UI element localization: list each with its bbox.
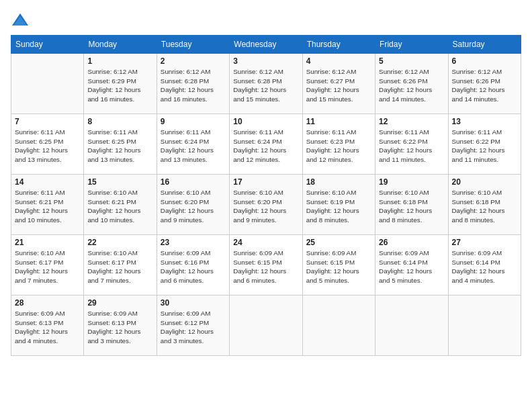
calendar-cell: 7Sunrise: 6:11 AMSunset: 6:25 PMDaylight… xyxy=(11,114,84,175)
day-number: 16 xyxy=(161,177,226,187)
day-number: 21 xyxy=(15,238,80,247)
day-number: 17 xyxy=(233,177,298,187)
calendar-cell: 22Sunrise: 6:10 AMSunset: 6:17 PMDayligh… xyxy=(84,235,157,295)
calendar-cell: 13Sunrise: 6:11 AMSunset: 6:22 PMDayligh… xyxy=(448,114,521,175)
day-info: Sunrise: 6:11 AMSunset: 6:24 PMDaylight:… xyxy=(161,128,226,165)
day-number: 22 xyxy=(87,238,152,247)
day-info: Sunrise: 6:09 AMSunset: 6:13 PMDaylight:… xyxy=(15,309,80,346)
calendar-cell: 19Sunrise: 6:10 AMSunset: 6:18 PMDayligh… xyxy=(375,175,448,235)
day-number: 29 xyxy=(87,298,152,308)
calendar-cell: 25Sunrise: 6:09 AMSunset: 6:15 PMDayligh… xyxy=(302,235,375,295)
weekday-header: Thursday xyxy=(302,36,375,54)
day-number: 6 xyxy=(452,56,517,66)
calendar-cell xyxy=(230,295,302,356)
calendar-cell: 10Sunrise: 6:11 AMSunset: 6:24 PMDayligh… xyxy=(230,114,302,175)
calendar-header-row: SundayMondayTuesdayWednesdayThursdayFrid… xyxy=(11,36,521,54)
calendar-cell: 3Sunrise: 6:12 AMSunset: 6:28 PMDaylight… xyxy=(230,54,302,114)
weekday-header: Saturday xyxy=(448,36,521,54)
calendar-cell: 12Sunrise: 6:11 AMSunset: 6:22 PMDayligh… xyxy=(375,114,448,175)
day-info: Sunrise: 6:12 AMSunset: 6:27 PMDaylight:… xyxy=(306,67,371,104)
calendar-cell: 16Sunrise: 6:10 AMSunset: 6:20 PMDayligh… xyxy=(157,175,229,235)
day-number: 26 xyxy=(379,238,444,247)
calendar-cell: 30Sunrise: 6:09 AMSunset: 6:12 PMDayligh… xyxy=(157,295,229,356)
day-number: 2 xyxy=(161,56,226,66)
calendar-cell: 20Sunrise: 6:10 AMSunset: 6:18 PMDayligh… xyxy=(448,175,521,235)
calendar-cell: 28Sunrise: 6:09 AMSunset: 6:13 PMDayligh… xyxy=(11,295,84,356)
calendar-week-row: 1Sunrise: 6:12 AMSunset: 6:29 PMDaylight… xyxy=(11,54,521,114)
calendar-week-row: 7Sunrise: 6:11 AMSunset: 6:25 PMDaylight… xyxy=(11,114,521,175)
weekday-header: Sunday xyxy=(11,36,84,54)
weekday-header: Wednesday xyxy=(230,36,302,54)
day-number: 1 xyxy=(87,56,152,66)
day-number: 15 xyxy=(87,177,152,187)
day-info: Sunrise: 6:10 AMSunset: 6:19 PMDaylight:… xyxy=(306,188,371,225)
day-info: Sunrise: 6:10 AMSunset: 6:17 PMDaylight:… xyxy=(15,248,80,285)
calendar-cell xyxy=(448,295,521,356)
day-number: 25 xyxy=(306,238,371,247)
day-info: Sunrise: 6:10 AMSunset: 6:20 PMDaylight:… xyxy=(233,188,298,225)
day-info: Sunrise: 6:11 AMSunset: 6:22 PMDaylight:… xyxy=(379,128,444,165)
calendar-cell: 6Sunrise: 6:12 AMSunset: 6:26 PMDaylight… xyxy=(448,54,521,114)
day-info: Sunrise: 6:12 AMSunset: 6:28 PMDaylight:… xyxy=(161,67,226,104)
day-info: Sunrise: 6:11 AMSunset: 6:25 PMDaylight:… xyxy=(15,128,80,165)
day-info: Sunrise: 6:10 AMSunset: 6:21 PMDaylight:… xyxy=(87,188,152,225)
day-number: 9 xyxy=(161,117,226,126)
day-info: Sunrise: 6:09 AMSunset: 6:14 PMDaylight:… xyxy=(379,248,444,285)
day-number: 23 xyxy=(161,238,226,247)
day-info: Sunrise: 6:10 AMSunset: 6:20 PMDaylight:… xyxy=(161,188,226,225)
day-info: Sunrise: 6:10 AMSunset: 6:18 PMDaylight:… xyxy=(452,188,517,225)
day-info: Sunrise: 6:10 AMSunset: 6:17 PMDaylight:… xyxy=(87,248,152,285)
calendar-cell: 18Sunrise: 6:10 AMSunset: 6:19 PMDayligh… xyxy=(302,175,375,235)
day-info: Sunrise: 6:09 AMSunset: 6:16 PMDaylight:… xyxy=(161,248,226,285)
day-info: Sunrise: 6:12 AMSunset: 6:28 PMDaylight:… xyxy=(233,67,298,104)
day-number: 12 xyxy=(379,117,444,126)
calendar-cell: 26Sunrise: 6:09 AMSunset: 6:14 PMDayligh… xyxy=(375,235,448,295)
day-info: Sunrise: 6:11 AMSunset: 6:21 PMDaylight:… xyxy=(15,188,80,225)
day-info: Sunrise: 6:09 AMSunset: 6:15 PMDaylight:… xyxy=(306,248,371,285)
calendar-cell: 29Sunrise: 6:09 AMSunset: 6:13 PMDayligh… xyxy=(84,295,157,356)
day-info: Sunrise: 6:11 AMSunset: 6:25 PMDaylight:… xyxy=(87,128,152,165)
day-info: Sunrise: 6:11 AMSunset: 6:22 PMDaylight:… xyxy=(452,128,517,165)
day-info: Sunrise: 6:09 AMSunset: 6:13 PMDaylight:… xyxy=(87,309,152,346)
day-number: 28 xyxy=(15,298,80,308)
logo xyxy=(11,11,32,30)
calendar-cell: 2Sunrise: 6:12 AMSunset: 6:28 PMDaylight… xyxy=(157,54,229,114)
weekday-header: Tuesday xyxy=(157,36,229,54)
calendar-table: SundayMondayTuesdayWednesdayThursdayFrid… xyxy=(11,35,521,356)
day-number: 30 xyxy=(161,298,226,308)
day-info: Sunrise: 6:11 AMSunset: 6:23 PMDaylight:… xyxy=(306,128,371,165)
calendar-cell: 8Sunrise: 6:11 AMSunset: 6:25 PMDaylight… xyxy=(84,114,157,175)
calendar-week-row: 28Sunrise: 6:09 AMSunset: 6:13 PMDayligh… xyxy=(11,295,521,356)
day-info: Sunrise: 6:10 AMSunset: 6:18 PMDaylight:… xyxy=(379,188,444,225)
calendar-cell: 15Sunrise: 6:10 AMSunset: 6:21 PMDayligh… xyxy=(84,175,157,235)
calendar-cell: 17Sunrise: 6:10 AMSunset: 6:20 PMDayligh… xyxy=(230,175,302,235)
calendar-cell: 27Sunrise: 6:09 AMSunset: 6:14 PMDayligh… xyxy=(448,235,521,295)
logo-icon xyxy=(11,11,30,30)
calendar-cell: 4Sunrise: 6:12 AMSunset: 6:27 PMDaylight… xyxy=(302,54,375,114)
calendar-cell: 23Sunrise: 6:09 AMSunset: 6:16 PMDayligh… xyxy=(157,235,229,295)
calendar-cell: 1Sunrise: 6:12 AMSunset: 6:29 PMDaylight… xyxy=(84,54,157,114)
calendar-cell: 21Sunrise: 6:10 AMSunset: 6:17 PMDayligh… xyxy=(11,235,84,295)
weekday-header: Friday xyxy=(375,36,448,54)
calendar-cell xyxy=(302,295,375,356)
calendar-cell: 14Sunrise: 6:11 AMSunset: 6:21 PMDayligh… xyxy=(11,175,84,235)
day-info: Sunrise: 6:12 AMSunset: 6:26 PMDaylight:… xyxy=(379,67,444,104)
weekday-header: Monday xyxy=(84,36,157,54)
day-number: 8 xyxy=(87,117,152,126)
day-number: 13 xyxy=(452,117,517,126)
day-number: 27 xyxy=(452,238,517,247)
calendar-cell: 9Sunrise: 6:11 AMSunset: 6:24 PMDaylight… xyxy=(157,114,229,175)
calendar-cell: 24Sunrise: 6:09 AMSunset: 6:15 PMDayligh… xyxy=(230,235,302,295)
day-info: Sunrise: 6:09 AMSunset: 6:15 PMDaylight:… xyxy=(233,248,298,285)
day-info: Sunrise: 6:12 AMSunset: 6:26 PMDaylight:… xyxy=(452,67,517,104)
day-info: Sunrise: 6:12 AMSunset: 6:29 PMDaylight:… xyxy=(87,67,152,104)
day-info: Sunrise: 6:11 AMSunset: 6:24 PMDaylight:… xyxy=(233,128,298,165)
day-number: 11 xyxy=(306,117,371,126)
day-info: Sunrise: 6:09 AMSunset: 6:12 PMDaylight:… xyxy=(161,309,226,346)
calendar-week-row: 21Sunrise: 6:10 AMSunset: 6:17 PMDayligh… xyxy=(11,235,521,295)
day-number: 7 xyxy=(15,117,80,126)
calendar-week-row: 14Sunrise: 6:11 AMSunset: 6:21 PMDayligh… xyxy=(11,175,521,235)
day-number: 14 xyxy=(15,177,80,187)
calendar-cell: 5Sunrise: 6:12 AMSunset: 6:26 PMDaylight… xyxy=(375,54,448,114)
day-number: 19 xyxy=(379,177,444,187)
